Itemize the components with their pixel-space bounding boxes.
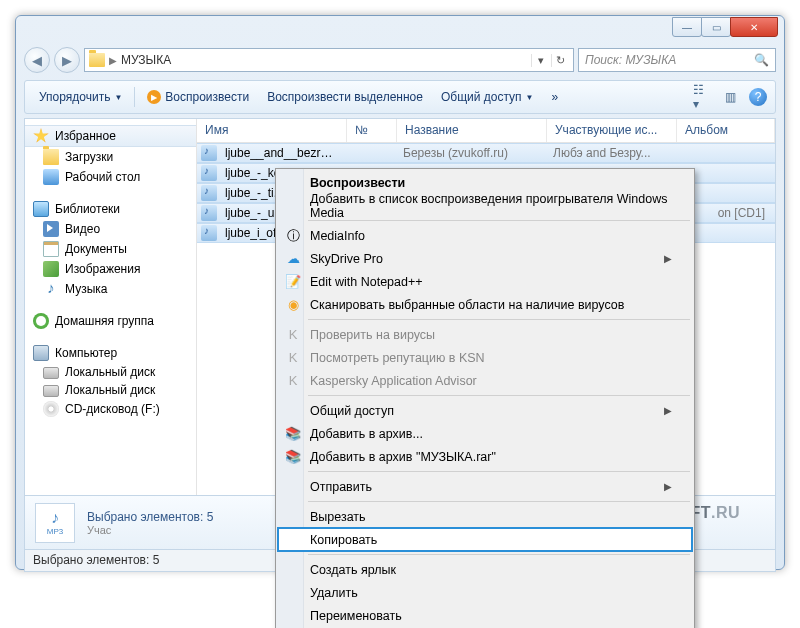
details-selected: Выбрано элементов: 5 [87, 510, 213, 524]
chevron-right-icon: ▶ [664, 481, 672, 492]
video-icon [43, 221, 59, 237]
toolbar: Упорядочить ▼ ▶Воспроизвести Воспроизвес… [24, 80, 776, 114]
sidebar-item-disk[interactable]: Локальный диск [25, 381, 196, 399]
close-button[interactable]: ✕ [730, 17, 778, 37]
kaspersky-icon: K [284, 349, 302, 367]
sidebar-item-disk[interactable]: Локальный диск [25, 363, 196, 381]
disk-icon [43, 385, 59, 397]
preview-pane-button[interactable]: ▥ [721, 88, 739, 106]
column-headers: Имя № Название Участвующие ис... Альбом [197, 119, 775, 143]
menu-ksn[interactable]: KПосмотреть репутацию в KSN [278, 346, 692, 369]
chevron-right-icon: ▶ [664, 405, 672, 416]
audio-file-icon [201, 225, 217, 241]
sidebar-item-images[interactable]: Изображения [25, 259, 196, 279]
col-artists[interactable]: Участвующие ис... [547, 119, 677, 142]
sidebar-computer[interactable]: Компьютер [25, 343, 196, 363]
search-icon[interactable]: 🔍 [754, 53, 769, 67]
kaspersky-icon: K [284, 372, 302, 390]
menu-cut[interactable]: Вырезать [278, 505, 692, 528]
kaspersky-icon: K [284, 326, 302, 344]
sidebar-homegroup[interactable]: Домашняя группа [25, 311, 196, 331]
play-icon: ▶ [147, 90, 161, 104]
more-button[interactable]: » [545, 87, 564, 107]
winrar-icon: 📚 [284, 425, 302, 443]
refresh-button[interactable]: ↻ [551, 54, 569, 67]
address-bar[interactable]: ▶ МУЗЫКА ▾ ↻ [84, 48, 574, 72]
nav-sidebar: Избранное Загрузки Рабочий стол Библиоте… [25, 119, 197, 495]
star-icon [33, 128, 49, 144]
sidebar-item-cd[interactable]: CD-дисковод (F:) [25, 399, 196, 419]
image-icon [43, 261, 59, 277]
folder-icon [89, 53, 105, 67]
sidebar-libraries[interactable]: Библиотеки [25, 199, 196, 219]
disk-icon [43, 367, 59, 379]
computer-icon [33, 345, 49, 361]
nav-bar: ◀ ▶ ▶ МУЗЫКА ▾ ↻ Поиск: МУЗЫКА 🔍 [24, 44, 776, 76]
col-name[interactable]: Имя [197, 119, 347, 142]
menu-copy[interactable]: Копировать [278, 528, 692, 551]
winrar-icon: 📚 [284, 448, 302, 466]
audio-file-icon [201, 145, 217, 161]
menu-send-to[interactable]: Отправить▶ [278, 475, 692, 498]
sidebar-item-video[interactable]: Видео [25, 219, 196, 239]
desktop-icon [43, 169, 59, 185]
chevron-right-icon[interactable]: ▶ [109, 55, 117, 66]
file-thumbnail: MP3 [35, 503, 75, 543]
titlebar: — ▭ ✕ [16, 16, 784, 44]
minimize-button[interactable]: — [672, 17, 702, 37]
table-row[interactable]: ljube__and__bezruk...Березы (zvukoff.ru)… [197, 143, 775, 163]
menu-rename[interactable]: Переименовать [278, 604, 692, 627]
menu-check-virus[interactable]: KПроверить на вирусы [278, 323, 692, 346]
skydrive-icon: ☁ [284, 250, 302, 268]
cell-artists: Любэ and Безру... [545, 146, 675, 160]
maximize-button[interactable]: ▭ [701, 17, 731, 37]
menu-add-rar[interactable]: 📚Добавить в архив "МУЗЫКА.rar" [278, 445, 692, 468]
cell-title: Березы (zvukoff.ru) [395, 146, 545, 160]
avast-icon: ◉ [284, 296, 302, 314]
menu-delete[interactable]: Удалить [278, 581, 692, 604]
menu-share[interactable]: Общий доступ▶ [278, 399, 692, 422]
menu-notepad[interactable]: 📝Edit with Notepad++ [278, 270, 692, 293]
sidebar-item-music[interactable]: ♪Музыка [25, 279, 196, 299]
search-placeholder: Поиск: МУЗЫКА [585, 53, 676, 67]
view-options-button[interactable]: ☷ ▾ [693, 88, 711, 106]
col-title[interactable]: Название [397, 119, 547, 142]
menu-scan-virus[interactable]: ◉Сканировать выбранные области на наличи… [278, 293, 692, 316]
organize-button[interactable]: Упорядочить ▼ [33, 87, 128, 107]
breadcrumb-dropdown[interactable]: ▾ [531, 54, 549, 67]
menu-create-shortcut[interactable]: Создать ярлык [278, 558, 692, 581]
play-selected-button[interactable]: Воспроизвести выделенное [261, 87, 429, 107]
context-menu: Воспроизвести Добавить в список воспроиз… [275, 168, 695, 628]
library-icon [33, 201, 49, 217]
notepad-icon: 📝 [284, 273, 302, 291]
help-button[interactable]: ? [749, 88, 767, 106]
col-album[interactable]: Альбом [677, 119, 775, 142]
play-button[interactable]: ▶Воспроизвести [141, 87, 255, 107]
sidebar-item-desktop[interactable]: Рабочий стол [25, 167, 196, 187]
mediainfo-icon: ⓘ [284, 227, 302, 245]
sidebar-item-downloads[interactable]: Загрузки [25, 147, 196, 167]
nav-back-button[interactable]: ◀ [24, 47, 50, 73]
nav-forward-button[interactable]: ▶ [54, 47, 80, 73]
search-input[interactable]: Поиск: МУЗЫКА 🔍 [578, 48, 776, 72]
document-icon [43, 241, 59, 257]
breadcrumb-folder[interactable]: МУЗЫКА [121, 53, 171, 67]
menu-kaspersky-advisor[interactable]: KKaspersky Application Advisor [278, 369, 692, 392]
col-no[interactable]: № [347, 119, 397, 142]
folder-icon [43, 149, 59, 165]
homegroup-icon [33, 313, 49, 329]
menu-skydrive[interactable]: ☁SkyDrive Pro▶ [278, 247, 692, 270]
sidebar-favorites[interactable]: Избранное [25, 125, 196, 147]
audio-file-icon [201, 185, 217, 201]
menu-add-archive[interactable]: 📚Добавить в архив... [278, 422, 692, 445]
details-sub: Учас [87, 524, 213, 536]
audio-file-icon [201, 165, 217, 181]
cell-name: ljube__and__bezruk... [217, 146, 345, 160]
chevron-right-icon: ▶ [664, 253, 672, 264]
menu-mediainfo[interactable]: ⓘMediaInfo [278, 224, 692, 247]
music-icon: ♪ [43, 281, 59, 297]
sidebar-item-documents[interactable]: Документы [25, 239, 196, 259]
menu-add-wmp[interactable]: Добавить в список воспроизведения проигр… [278, 194, 692, 217]
share-button[interactable]: Общий доступ ▼ [435, 87, 540, 107]
audio-file-icon [201, 205, 217, 221]
